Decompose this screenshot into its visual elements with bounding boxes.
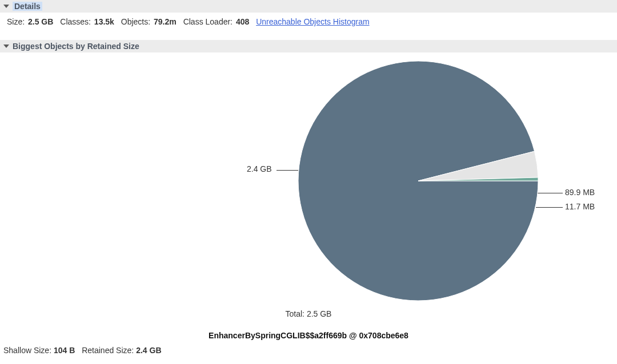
biggest-title: Biggest Objects by Retained Size [13,42,139,51]
details-body: Size: 2.5 GB Classes: 13.5k Objects: 79.… [0,13,617,40]
details-section-header[interactable]: Details [0,0,617,13]
unreachable-histogram-link[interactable]: Unreachable Objects Histogram [256,17,369,26]
classloader-label: Class Loader: [183,17,233,26]
chevron-down-icon [3,45,9,48]
objects-value: 79.2m [154,17,177,26]
retained-size-value: 2.4 GB [136,346,161,355]
callout-slice-0: 2.4 GB [247,164,272,173]
shallow-size-value: 104 B [54,346,75,355]
classes-label: Classes: [60,17,91,26]
biggest-section-header[interactable]: Biggest Objects by Retained Size [0,40,617,52]
retained-size-label: Retained Size: [82,346,134,355]
size-value: 2.5 GB [28,17,53,26]
selected-object-label: EnhancerBySpringCGLIB$$a2ff669b @ 0x708c… [0,331,617,340]
pie-chart[interactable] [295,58,541,305]
chevron-down-icon [3,5,9,8]
details-title: Details [13,2,42,11]
callout-slice-1: 89.9 MB [565,188,595,197]
callout-slice-2: 11.7 MB [565,202,595,211]
classes-value: 13.5k [94,17,114,26]
size-label: Size: [7,17,25,26]
selected-object-sizes: Shallow Size: 104 B Retained Size: 2.4 G… [0,340,617,359]
chart-total: Total: 2.5 GB [0,309,617,318]
classloader-value: 408 [236,17,249,26]
shallow-size-label: Shallow Size: [3,346,51,355]
pie-chart-area: 2.4 GB 89.9 MB 11.7 MB Total: 2.5 GB [0,52,617,326]
objects-label: Objects: [121,17,150,26]
